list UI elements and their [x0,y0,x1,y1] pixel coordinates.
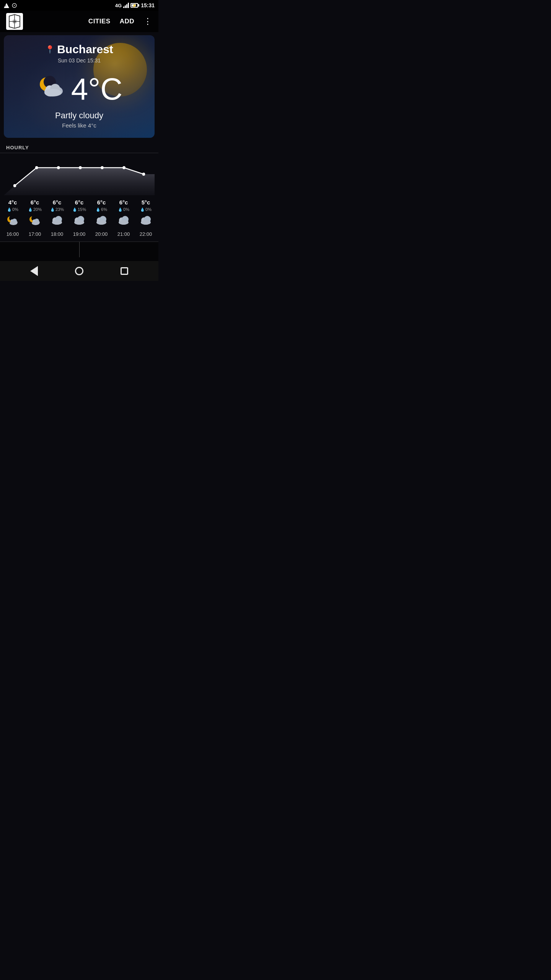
hourly-weather-icon [72,214,86,229]
back-button[interactable] [30,266,38,276]
rain-drop-icon: 💧 [118,207,122,212]
rain-drop-icon: 💧 [7,207,11,212]
center-line [79,242,80,257]
svg-point-48 [119,220,129,225]
svg-point-32 [32,221,39,225]
feels-like: Feels like 4°c [4,122,155,129]
description-row: Partly cloudy Feels like 4°c [4,111,155,129]
city-name-row: 📍 Bucharest Sun 03 Dec 15:31 [4,43,155,64]
svg-text:🗺: 🗺 [13,20,16,24]
rain-drop-icon: 💧 [96,207,100,212]
hourly-item: 6°c 💧 6% 20:00 [92,199,111,237]
status-bar: ⊙ 4G ⚡ 15:31 [0,0,158,11]
android-nav-bar [0,261,158,281]
svg-point-17 [79,166,82,169]
rain-drop-icon: 💧 [72,207,77,212]
hourly-section: HOURLY 4°c [0,141,158,242]
temperature-row: 4°C [4,73,155,105]
temperature-value: 4°C [71,74,122,105]
svg-point-16 [57,166,60,169]
time-label: 15:31 [141,2,155,8]
weather-hero-card: 📍 Bucharest Sun 03 Dec 15:31 4°C Partly … [4,35,155,138]
battery-icon: ⚡ [130,3,139,8]
hourly-item: 6°c 💧 23% 18:00 [48,199,66,237]
hourly-weather-icon [28,214,42,229]
hourly-weather-icon [95,214,108,229]
location-pin-icon: 📍 [45,45,55,54]
svg-point-52 [141,220,151,225]
hourly-weather-icon [139,214,153,229]
bottom-preview [0,242,158,261]
svg-point-14 [13,184,16,187]
signal-icon [123,3,129,8]
home-button[interactable] [75,267,83,275]
rain-drop-icon: 💧 [140,207,145,212]
svg-point-44 [96,220,106,225]
hourly-label: HOURLY [0,141,158,153]
rain-drop-icon: 💧 [28,207,33,212]
hourly-weather-icon [50,214,64,229]
status-right: 4G ⚡ 15:31 [115,2,155,8]
network-label: 4G [115,3,122,8]
svg-marker-13 [4,168,155,195]
nav-right: CITIES ADD ⋮ [88,16,152,26]
top-nav: 🗺 CITIES ADD ⋮ [0,11,158,32]
svg-point-15 [35,166,38,169]
city-date: Sun 03 Dec 15:31 [4,57,155,64]
warning-icon [4,3,9,8]
hourly-items: 4°c 💧 0% 16:00 6°c 💧 [0,195,158,242]
svg-point-12 [44,89,61,96]
hourly-chart [0,153,158,195]
svg-point-40 [74,220,84,225]
more-options-button[interactable]: ⋮ [143,16,152,26]
svg-point-18 [101,166,104,169]
weather-description: Partly cloudy [4,111,155,121]
hourly-item: 6°c 💧 15% 19:00 [70,199,88,237]
add-button[interactable]: ADD [120,18,134,25]
hourly-item: 6°c 💧 0% 21:00 [114,199,133,237]
hourly-item: 6°c 💧 20% 17:00 [26,199,44,237]
svg-point-20 [142,173,145,176]
city-name: 📍 Bucharest [4,43,155,56]
hourly-item: 4°c 💧 0% 16:00 [3,199,22,237]
hourly-weather-icon [117,214,130,229]
recents-button[interactable] [121,267,128,275]
hourly-weather-icon [6,214,20,229]
weather-icon-large [36,73,67,105]
svg-point-26 [10,221,17,225]
hourly-item: 5°c 💧 0% 22:00 [137,199,155,237]
cities-button[interactable]: CITIES [88,18,111,25]
notification-dot: ⊙ [11,2,17,9]
status-left: ⊙ [4,2,17,9]
app-logo[interactable]: 🗺 [6,13,23,30]
svg-point-19 [122,166,126,169]
rain-drop-icon: 💧 [50,207,55,212]
svg-point-36 [52,220,62,225]
